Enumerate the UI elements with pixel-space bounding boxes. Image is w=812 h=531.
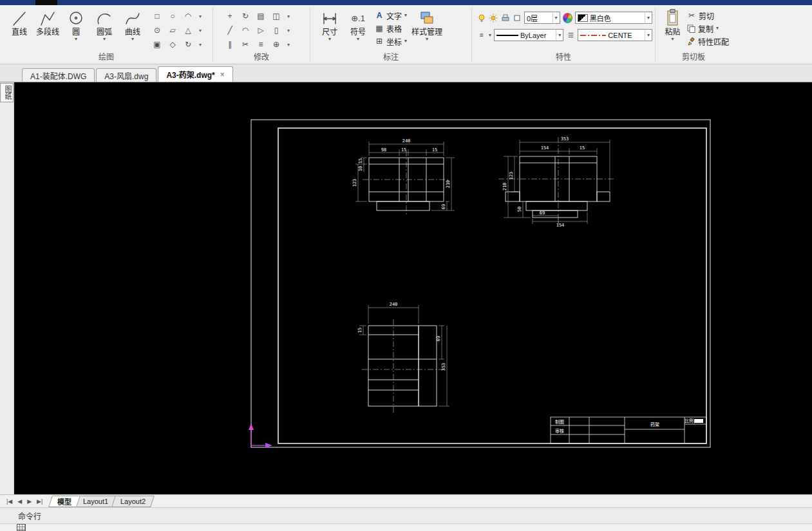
- rectangle-icon[interactable]: □: [151, 10, 164, 23]
- model-tab[interactable]: 模型: [48, 496, 80, 507]
- match-properties-button[interactable]: 特性匹配: [687, 35, 729, 48]
- previous-layout-button[interactable]: ◀: [15, 498, 24, 505]
- dim-label: 69: [436, 336, 441, 341]
- explode-icon[interactable]: ≡: [254, 38, 267, 51]
- dim-label: 123: [352, 179, 357, 187]
- point-icon[interactable]: ◇: [166, 38, 179, 51]
- circle-button[interactable]: 圆 ▾: [62, 7, 90, 42]
- linetype-list-icon[interactable]: ☰: [566, 32, 575, 39]
- dropdown-icon[interactable]: ▾: [645, 30, 650, 41]
- donut-icon[interactable]: ⊙: [151, 24, 164, 37]
- dropdown-icon[interactable]: ▾: [556, 30, 561, 41]
- dropdown-icon[interactable]: ▾: [671, 37, 674, 42]
- scale-label: 比例: [685, 418, 694, 424]
- scale-icon[interactable]: ▷: [254, 24, 267, 37]
- view-top-body: [368, 326, 437, 406]
- view-top-dimension-text: 240 15 69 353: [357, 302, 446, 371]
- linetype-value: CENTE: [608, 32, 632, 39]
- cut-button[interactable]: ✂ 剪切: [687, 9, 729, 22]
- match-properties-brush-icon: [687, 37, 695, 46]
- command-line-panel[interactable]: 命令行: [0, 507, 812, 523]
- last-layout-button[interactable]: ▶|: [34, 498, 45, 505]
- lineweight-select[interactable]: ByLayer ▾: [494, 29, 563, 41]
- first-layout-button[interactable]: |◀: [4, 498, 15, 505]
- ellipse-arc-icon[interactable]: ◠: [182, 10, 194, 23]
- dropdown-icon[interactable]: ▾: [75, 37, 77, 42]
- layer-lock-icon[interactable]: [513, 13, 522, 23]
- dropdown-icon[interactable]: ▾: [197, 38, 203, 51]
- doc-tab-assembly[interactable]: A1-装配体.DWG: [22, 68, 95, 82]
- dropdown-icon[interactable]: ▾: [552, 12, 558, 23]
- doc-tab-medicine-shelf-active[interactable]: A3-药架.dwg* ×: [158, 66, 232, 82]
- join-icon[interactable]: ⊕: [270, 38, 283, 51]
- fillet-icon[interactable]: ◠: [239, 24, 252, 37]
- text-button[interactable]: A 文字 ▾: [375, 9, 407, 22]
- dropdown-icon[interactable]: ▾: [285, 10, 292, 23]
- style-manager-button[interactable]: 样式管理 ▾: [407, 7, 447, 42]
- line-button[interactable]: 直线: [5, 7, 33, 37]
- polygon-icon[interactable]: △: [182, 24, 194, 37]
- table-button[interactable]: ▦ 表格: [375, 22, 407, 35]
- move-icon[interactable]: +: [223, 10, 236, 23]
- spline-button[interactable]: 曲线 ▾: [118, 7, 147, 42]
- layer-states-icon[interactable]: ≡: [477, 32, 486, 39]
- symbol-button[interactable]: ⊕.1 符号 ▾: [344, 7, 372, 42]
- dropdown-icon[interactable]: ▾: [426, 37, 428, 42]
- dropdown-icon[interactable]: ▾: [328, 37, 331, 42]
- dropdown-icon[interactable]: ▾: [489, 33, 491, 38]
- coordinate-button[interactable]: ⊞ 坐标 ▾: [375, 35, 407, 48]
- next-layout-button[interactable]: ▶: [24, 498, 34, 505]
- trim-icon[interactable]: ╱: [223, 24, 236, 37]
- model-space-canvas[interactable]: 240 98 15 15 15 123 10 210 69: [14, 82, 812, 494]
- array-icon[interactable]: ▤: [254, 10, 267, 23]
- paste-button[interactable]: 粘贴 ▾: [661, 7, 685, 42]
- revision-cloud-icon[interactable]: ▱: [166, 24, 179, 37]
- dropdown-icon[interactable]: ▾: [131, 37, 134, 42]
- table-label: 表格: [386, 23, 402, 34]
- dimension-button[interactable]: 尺寸 ▾: [316, 7, 344, 42]
- layer-freeze-sun-icon[interactable]: [489, 13, 498, 23]
- layout2-tab-label: Layout2: [114, 498, 152, 505]
- offset-icon[interactable]: ∥: [223, 38, 236, 51]
- dropdown-icon[interactable]: ▾: [197, 24, 203, 37]
- layout1-tab[interactable]: Layout1: [74, 496, 117, 507]
- view-top-centerlines: [362, 319, 444, 413]
- hatch-icon[interactable]: ↻: [182, 38, 194, 51]
- close-tab-icon[interactable]: ×: [220, 70, 225, 79]
- rotate-icon[interactable]: ↻: [239, 10, 252, 23]
- dropdown-icon[interactable]: ▾: [103, 37, 106, 42]
- dropdown-icon[interactable]: ▾: [645, 12, 650, 23]
- region-icon[interactable]: ▣: [151, 38, 164, 51]
- layer-plot-printer-icon[interactable]: [501, 13, 510, 23]
- cad-application-window: 直线 多段线 圆 ▾ 圆弧 ▾ 曲线: [0, 0, 812, 531]
- layer-select[interactable]: 0层 ▾: [524, 12, 560, 24]
- dropdown-icon[interactable]: ▾: [285, 24, 292, 37]
- layer-on-bulb-icon[interactable]: [477, 13, 486, 23]
- copy-button[interactable]: 复制 ▾: [687, 22, 729, 35]
- dropdown-icon[interactable]: ▾: [357, 37, 359, 42]
- layout2-tab[interactable]: Layout2: [111, 496, 155, 507]
- dim-label: 15: [358, 158, 363, 163]
- dim-label: 353: [561, 136, 569, 142]
- doc-tab-fan[interactable]: A3-风扇.dwg: [96, 68, 156, 82]
- color-wheel-icon[interactable]: [563, 13, 572, 23]
- dropdown-icon[interactable]: ▾: [716, 26, 719, 31]
- ellipse-icon[interactable]: ○: [166, 10, 179, 23]
- ribbon-panel-clipboard: 粘贴 ▾ ✂ 剪切 复制 ▾: [656, 5, 732, 64]
- polyline-button[interactable]: 多段线: [33, 7, 62, 37]
- table-icon: ▦: [375, 24, 384, 33]
- stretch-icon[interactable]: ▯: [270, 24, 283, 37]
- color-select[interactable]: 黑白色 ▾: [575, 12, 652, 24]
- draw-tool-grid: □ ○ ◠ ▾ ⊙ ▱ △ ▾ ▣ ◇ ↻ ▾: [151, 10, 205, 52]
- grid-display-icon[interactable]: [17, 524, 26, 531]
- arc-button[interactable]: 圆弧 ▾: [90, 7, 118, 42]
- linetype-select[interactable]: CENTE ▾: [578, 29, 652, 41]
- mirror-icon[interactable]: ◫: [270, 10, 283, 23]
- app-menu-segment[interactable]: [35, 0, 57, 5]
- break-icon[interactable]: ✂: [239, 38, 252, 51]
- dropdown-icon[interactable]: ▾: [285, 38, 292, 51]
- coordinate-icon: ⊞: [375, 37, 384, 46]
- dropdown-icon[interactable]: ▾: [197, 10, 203, 23]
- dim-label: 240: [402, 138, 411, 144]
- sheet-palette-tab[interactable]: 图纸: [0, 83, 14, 102]
